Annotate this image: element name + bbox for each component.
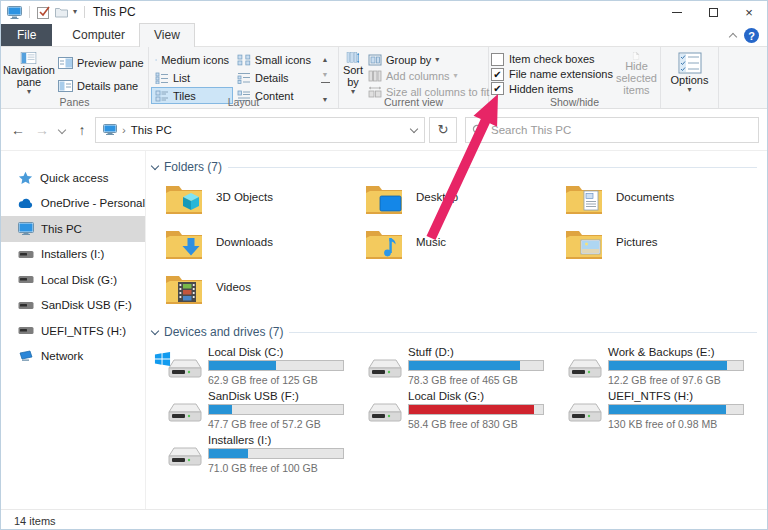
back-button[interactable]: ← [7,122,29,138]
details-pane-button[interactable]: Details pane [55,78,147,94]
help-icon[interactable]: ? [744,28,759,43]
items-count: 14 items [14,515,56,527]
drive-caption: 62.9 GB free of 125 GB [208,374,356,386]
collapse-section-icon[interactable] [151,162,159,170]
folder-music-icon [364,228,404,260]
divider [228,167,757,168]
preview-pane-button[interactable]: Preview pane [55,55,147,71]
hide-selected-items-button[interactable]: Hide selected items [615,49,658,96]
titlebar: ▾ This PC × [1,1,767,23]
layout-label: Medium icons [161,54,229,66]
folder-tile-pictures[interactable]: Pictures [560,226,750,271]
hidden-items-checkbox[interactable]: ✔ Hidden items [491,81,613,96]
section-title: Folders (7) [164,160,222,174]
drive-icon [168,444,202,468]
properties-icon[interactable] [37,6,50,19]
folder-documents-icon [564,183,604,215]
drive-icon [568,356,602,380]
drives-grid: Local Disk (C:) 62.9 GB free of 125 GB S… [160,346,763,478]
tab-computer[interactable]: Computer [58,24,139,46]
folder-name: Downloads [216,236,273,248]
folder-tile-desktop[interactable]: Desktop [360,181,550,226]
layout-list[interactable]: List [151,69,233,86]
scroll-down-icon[interactable]: ▼ [317,67,333,81]
drive-icon [18,275,34,284]
folder-tile-3d-objects[interactable]: 3D Objects [160,181,350,226]
folder-tile-documents[interactable]: Documents [560,181,750,226]
file-name-extensions-checkbox[interactable]: ✔ File name extensions [491,67,613,82]
maximize-button[interactable] [695,1,731,23]
more-layouts-icon[interactable]: ▼ [317,82,333,96]
drive-tile-e[interactable]: Work & Backups (E:) 12.2 GB free of 97.6… [560,346,756,390]
drive-tile-c[interactable]: Local Disk (C:) 62.9 GB free of 125 GB [160,346,356,390]
drive-tile-g[interactable]: Local Disk (G:) 58.4 GB free of 830 GB [360,390,556,434]
tab-view[interactable]: View [139,23,195,47]
drive-tile-i[interactable]: Installers (I:) 71.0 GB free of 100 GB [160,434,356,478]
breadcrumb-box[interactable]: › This PC [95,117,425,143]
layout-small-icons[interactable]: Small icons [233,51,315,68]
minimize-button[interactable] [659,1,695,23]
forward-button[interactable]: → [31,122,53,138]
collapse-ribbon-icon[interactable] [729,33,737,41]
drive-name: Stuff (D:) [408,346,556,358]
folder-tile-music[interactable]: Music [360,226,550,271]
tab-file[interactable]: File [1,24,52,46]
folder-tile-downloads[interactable]: Downloads [160,226,350,271]
options-button[interactable]: Options ▾ [663,49,716,96]
folder-videos-icon [164,273,204,305]
sidebar-item-local-disk-g[interactable]: Local Disk (G:) [1,267,145,293]
drive-name: Installers (I:) [208,434,356,446]
layout-details[interactable]: Details [233,69,315,86]
item-check-boxes-checkbox[interactable]: Item check boxes [491,52,613,67]
drive-icon [368,400,402,424]
drive-caption: 12.2 GB free of 97.6 GB [608,374,756,386]
sidebar-item-this-pc[interactable]: This PC [1,216,145,242]
new-folder-icon[interactable] [55,6,68,18]
quick-access-toolbar: ▾ [7,6,87,19]
drive-tile-d[interactable]: Stuff (D:) 78.3 GB free of 465 GB [360,346,556,390]
collapse-section-icon[interactable] [151,327,159,335]
group-label-show-hide: Show/hide [489,96,660,108]
address-dropdown-icon[interactable] [404,126,424,134]
add-columns-button[interactable]: Add columns ▾ [365,68,492,84]
sort-by-button[interactable]: Sort by ▾ [341,49,365,96]
search-input[interactable] [489,123,752,137]
drive-tile-h[interactable]: UEFI_NTFS (H:) 130 KB free of 0.98 MB [560,390,756,434]
breadcrumb-location[interactable]: This PC [131,124,172,136]
folder-tile-videos[interactable]: Videos [160,271,350,316]
checkbox-checked-icon[interactable]: ✔ [491,82,504,95]
scroll-up-icon[interactable]: ▲ [317,52,333,66]
hide-selected-label: Hide selected items [615,60,658,96]
drive-caption: 58.4 GB free of 830 GB [408,418,556,430]
group-by-button[interactable]: Group by ▾ [365,52,492,68]
sidebar-item-onedrive[interactable]: OneDrive - Personal [1,191,145,217]
window-title: This PC [93,5,136,19]
sidebar-item-installers-i[interactable]: Installers (I:) [1,242,145,268]
drive-usage-fill [209,449,248,458]
folder-name: Documents [616,191,674,203]
drive-caption: 130 KB free of 0.98 MB [608,418,756,430]
search-box[interactable] [465,117,759,143]
navigation-pane-button[interactable]: Navigation pane ▾ [3,49,55,96]
search-icon [472,124,484,136]
checkbox-checked-icon[interactable]: ✔ [491,68,504,81]
breadcrumb[interactable]: › This PC [96,124,404,136]
recent-locations-icon[interactable] [55,122,69,138]
sidebar-item-sandisk-f[interactable]: SanDisk USB (F:) [1,293,145,319]
up-button[interactable]: ↑ [71,122,93,138]
chevron-down-icon: ▾ [27,88,31,96]
checkbox-icon[interactable] [491,53,504,66]
options-icon [678,52,702,74]
layout-medium-icons[interactable]: Medium icons [151,51,233,68]
refresh-button[interactable]: ↻ [429,117,457,143]
drive-tile-f[interactable]: SanDisk USB (F:) 47.7 GB free of 57.2 GB [160,390,356,434]
ribbon-group-options: Options ▾ [661,47,719,108]
add-columns-label: Add columns [386,70,450,82]
sidebar-item-uefi-ntfs-h[interactable]: UEFI_NTFS (H:) [1,318,145,344]
divider [84,6,85,18]
sidebar-item-quick-access[interactable]: Quick access [1,165,145,191]
close-button[interactable]: × [731,1,767,23]
group-label-current-view: Current view [339,96,488,108]
customize-qat-icon[interactable]: ▾ [73,8,77,16]
sidebar-item-network[interactable]: Network [1,344,145,370]
